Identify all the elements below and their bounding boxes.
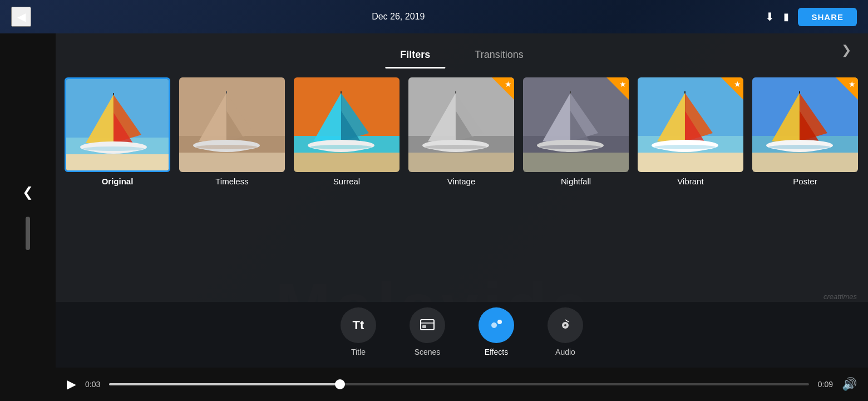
tool-circle-scenes bbox=[410, 307, 445, 343]
header-center: Dec 26, 2019 bbox=[372, 12, 425, 22]
bottom-toolbar: TtTitleScenesEffectsAudio bbox=[56, 302, 868, 368]
filter-name-timeless: Timeless bbox=[215, 177, 248, 186]
svg-rect-20 bbox=[294, 153, 400, 172]
star-icon: ★ bbox=[619, 80, 627, 89]
svg-rect-2 bbox=[66, 154, 170, 172]
star-icon: ★ bbox=[849, 80, 856, 89]
tool-circle-audio bbox=[548, 307, 583, 343]
filter-item-original[interactable]: Original bbox=[65, 77, 170, 186]
tool-circle-effects bbox=[479, 307, 514, 343]
filter-thumb-original bbox=[65, 77, 170, 172]
filter-thumb-nightfall: ★ bbox=[523, 77, 629, 172]
filter-name-vibrant: Vibrant bbox=[677, 177, 703, 186]
chevron-down-icon[interactable]: ❯ bbox=[841, 43, 851, 57]
tool-label-scenes: Scenes bbox=[415, 348, 441, 356]
svg-point-53 bbox=[654, 145, 716, 149]
filter-item-vintage[interactable]: ★Vintage bbox=[408, 77, 514, 186]
filter-item-nightfall[interactable]: ★Nightfall bbox=[523, 77, 629, 186]
filter-item-vibrant[interactable]: ★Vibrant bbox=[638, 77, 743, 186]
sidebar-handle bbox=[26, 217, 30, 250]
svg-point-62 bbox=[769, 145, 830, 149]
svg-point-26 bbox=[310, 145, 372, 149]
filter-thumb-surreal bbox=[294, 77, 400, 172]
tabs-row: Filters Transitions ❯ bbox=[56, 33, 868, 66]
creattimes-label: creattimes bbox=[823, 292, 857, 301]
svg-line-70 bbox=[565, 320, 569, 322]
time-start: 0:03 bbox=[85, 380, 100, 389]
time-end: 0:09 bbox=[818, 380, 833, 389]
svg-point-35 bbox=[425, 145, 486, 149]
filter-name-nightfall: Nightfall bbox=[561, 177, 591, 186]
svg-point-44 bbox=[540, 145, 601, 149]
header-right: ⬇ ▮ SHARE bbox=[765, 8, 857, 26]
filter-item-poster[interactable]: ★Poster bbox=[752, 77, 858, 186]
filter-thumb-vibrant: ★ bbox=[638, 77, 743, 172]
tool-item-scenes[interactable]: Scenes bbox=[410, 307, 445, 356]
svg-point-8 bbox=[83, 146, 144, 151]
main-panel: Filters Transitions ❯ Original bbox=[56, 33, 868, 401]
svg-rect-11 bbox=[179, 153, 285, 172]
top-bar: ◀ Dec 26, 2019 ⬇ ▮ SHARE bbox=[0, 0, 868, 33]
tool-item-audio[interactable]: Audio bbox=[548, 307, 583, 356]
battery-icon: ▮ bbox=[783, 11, 789, 23]
filter-thumb-timeless bbox=[179, 77, 285, 172]
progress-track[interactable] bbox=[109, 383, 809, 385]
back-button[interactable]: ◀ bbox=[11, 7, 31, 27]
filters-section: Original Timeless bbox=[56, 66, 868, 302]
filter-item-surreal[interactable]: Surreal bbox=[294, 77, 400, 186]
tab-filters[interactable]: Filters bbox=[378, 43, 452, 66]
tool-label-title: Title bbox=[351, 348, 366, 356]
tab-transitions[interactable]: Transitions bbox=[452, 43, 545, 66]
filter-name-original: Original bbox=[102, 177, 134, 186]
svg-rect-63 bbox=[421, 320, 434, 330]
volume-button[interactable]: 🔊 bbox=[842, 377, 857, 392]
sidebar-back-button[interactable]: ❮ bbox=[22, 184, 33, 200]
tool-item-effects[interactable]: Effects bbox=[479, 307, 514, 356]
filter-name-vintage: Vintage bbox=[447, 177, 476, 186]
star-icon: ★ bbox=[505, 80, 512, 89]
progress-thumb[interactable] bbox=[335, 379, 345, 389]
svg-rect-38 bbox=[523, 153, 629, 172]
left-sidebar: ❮ bbox=[0, 33, 56, 401]
filter-thumb-poster: ★ bbox=[752, 77, 858, 172]
date-display: Dec 26, 2019 bbox=[372, 12, 425, 22]
filter-name-surreal: Surreal bbox=[333, 177, 360, 186]
svg-point-69 bbox=[564, 324, 566, 326]
star-icon: ★ bbox=[734, 80, 741, 89]
progress-fill bbox=[109, 383, 340, 385]
download-icon[interactable]: ⬇ bbox=[765, 10, 775, 23]
filter-thumb-vintage: ★ bbox=[408, 77, 514, 172]
svg-rect-65 bbox=[422, 325, 426, 328]
svg-point-67 bbox=[491, 322, 497, 328]
svg-point-66 bbox=[497, 320, 502, 324]
playback-bar: ▶ 0:03 0:09 🔊 bbox=[56, 368, 868, 401]
tool-label-effects: Effects bbox=[485, 348, 509, 356]
play-button[interactable]: ▶ bbox=[67, 377, 76, 392]
filters-row: Original Timeless bbox=[65, 77, 859, 186]
svg-rect-47 bbox=[638, 153, 743, 172]
filter-name-poster: Poster bbox=[793, 177, 817, 186]
filter-item-timeless[interactable]: Timeless bbox=[179, 77, 285, 186]
tool-label-audio: Audio bbox=[555, 348, 575, 356]
share-button[interactable]: SHARE bbox=[798, 8, 857, 26]
svg-rect-29 bbox=[408, 153, 514, 172]
svg-rect-56 bbox=[752, 153, 858, 172]
tool-circle-title: Tt bbox=[341, 307, 376, 343]
tool-item-title[interactable]: TtTitle bbox=[341, 307, 376, 356]
svg-point-17 bbox=[196, 145, 257, 149]
